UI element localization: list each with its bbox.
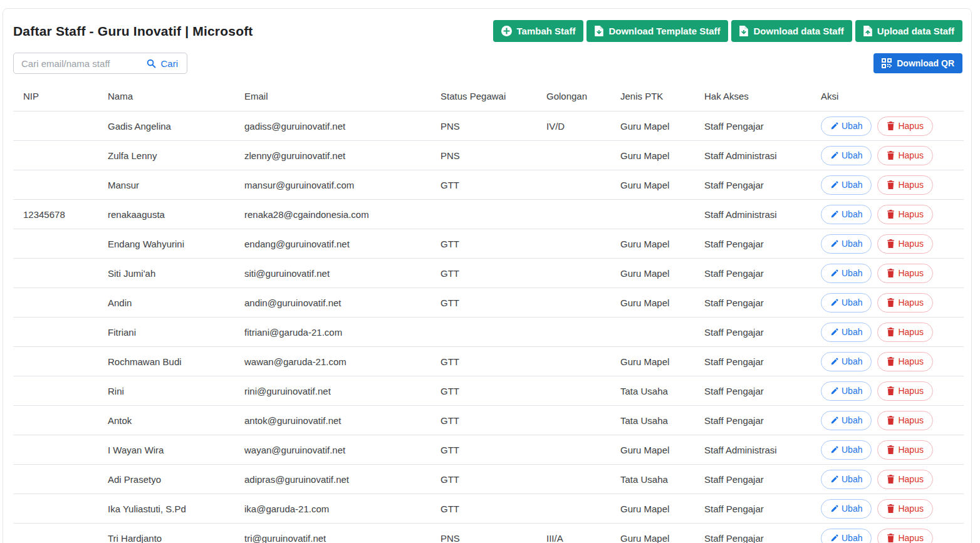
trash-icon xyxy=(887,386,895,395)
ubah-button[interactable]: Ubah xyxy=(821,293,872,313)
hapus-button-label: Hapus xyxy=(898,327,923,337)
cell-aksi: Ubah Hapus xyxy=(811,229,964,259)
cell-jenis-ptk: Tata Usaha xyxy=(610,406,694,435)
cell-email: fitriani@garuda-21.com xyxy=(234,318,430,347)
cell-nip xyxy=(13,170,98,200)
cell-status-pegawai: GTT xyxy=(430,376,536,406)
hapus-button-label: Hapus xyxy=(898,150,923,160)
cell-golongan xyxy=(536,200,610,229)
hapus-button[interactable]: Hapus xyxy=(877,293,932,313)
hapus-button[interactable]: Hapus xyxy=(877,146,932,165)
ubah-button-label: Ubah xyxy=(842,268,862,278)
hapus-button[interactable]: Hapus xyxy=(877,205,932,224)
hapus-button[interactable]: Hapus xyxy=(877,440,932,460)
tambah-staff-button[interactable]: Tambah Staff xyxy=(493,20,584,42)
cell-jenis-ptk: Guru Mapel xyxy=(610,229,694,259)
hapus-button[interactable]: Hapus xyxy=(877,264,932,283)
pencil-icon xyxy=(830,152,838,160)
pencil-icon xyxy=(830,269,838,277)
hapus-button[interactable]: Hapus xyxy=(877,116,932,136)
ubah-button[interactable]: Ubah xyxy=(821,264,872,283)
download-qr-label: Download QR xyxy=(897,58,954,68)
hapus-button[interactable]: Hapus xyxy=(877,529,932,543)
ubah-button[interactable]: Ubah xyxy=(821,146,872,165)
cell-aksi: Ubah Hapus xyxy=(811,288,964,318)
cell-nip xyxy=(13,406,98,435)
ubah-button[interactable]: Ubah xyxy=(821,529,872,543)
table-row: Ika Yuliastuti, S.Pd ika@garuda-21.com G… xyxy=(13,494,964,524)
trash-icon xyxy=(887,269,895,277)
ubah-button[interactable]: Ubah xyxy=(821,411,872,430)
cell-nama: Andin xyxy=(98,288,234,318)
header-bar: Daftar Staff - Guru Inovatif | Microsoft… xyxy=(13,20,962,42)
hapus-button-label: Hapus xyxy=(898,121,923,131)
search-button[interactable]: Cari xyxy=(140,54,184,73)
hapus-button[interactable]: Hapus xyxy=(877,381,932,401)
cell-hak-akses: Staff Pengajar xyxy=(694,111,811,141)
tambah-staff-label: Tambah Staff xyxy=(517,26,576,36)
pencil-icon xyxy=(830,122,838,130)
hapus-button[interactable]: Hapus xyxy=(877,470,932,489)
cell-email: ika@garuda-21.com xyxy=(234,494,430,524)
cell-jenis-ptk: Guru Mapel xyxy=(610,170,694,200)
table-row: Mansur mansur@guruinovatif.com GTT Guru … xyxy=(13,170,964,200)
cell-jenis-ptk: Guru Mapel xyxy=(610,111,694,141)
cell-golongan xyxy=(536,376,610,406)
ubah-button[interactable]: Ubah xyxy=(821,234,872,254)
cell-nip xyxy=(13,318,98,347)
hapus-button-label: Hapus xyxy=(898,533,923,543)
cell-nama: Gadis Angelina xyxy=(98,111,234,141)
upload-data-staff-button[interactable]: Upload data Staff xyxy=(855,20,962,42)
ubah-button[interactable]: Ubah xyxy=(821,499,872,519)
cell-status-pegawai: PNS xyxy=(430,141,536,170)
cell-hak-akses: Staff Administrasi xyxy=(694,141,811,170)
hapus-button[interactable]: Hapus xyxy=(877,323,932,342)
cell-hak-akses: Staff Administrasi xyxy=(694,200,811,229)
search-input[interactable] xyxy=(21,58,140,69)
cell-email: zlenny@guruinovatif.net xyxy=(234,141,430,170)
trash-icon xyxy=(887,180,895,189)
hapus-button[interactable]: Hapus xyxy=(877,499,932,519)
ubah-button[interactable]: Ubah xyxy=(821,381,872,401)
trash-icon xyxy=(887,475,895,484)
hapus-button-label: Hapus xyxy=(898,356,923,366)
table-row: Tri Hardjanto tri@guruinovatif.net PNS I… xyxy=(13,524,964,543)
ubah-button[interactable]: Ubah xyxy=(821,205,872,224)
ubah-button[interactable]: Ubah xyxy=(821,323,872,342)
search-group: Cari xyxy=(13,53,187,74)
staff-table: NIP Nama Email Status Pegawai Golongan J… xyxy=(13,83,964,543)
hapus-button[interactable]: Hapus xyxy=(877,352,932,371)
cell-nip xyxy=(13,524,98,543)
ubah-button[interactable]: Ubah xyxy=(821,352,872,371)
cell-nip xyxy=(13,465,98,494)
cell-jenis-ptk: Guru Mapel xyxy=(610,259,694,288)
cell-nama: Endang Wahyurini xyxy=(98,229,234,259)
cell-email: gadiss@guruinovatif.net xyxy=(234,111,430,141)
cell-status-pegawai xyxy=(430,200,536,229)
ubah-button-label: Ubah xyxy=(842,239,862,249)
ubah-button[interactable]: Ubah xyxy=(821,470,872,489)
hapus-button[interactable]: Hapus xyxy=(877,411,932,430)
table-row: Rini rini@guruinovatif.net GTT Tata Usah… xyxy=(13,376,964,406)
hapus-button[interactable]: Hapus xyxy=(877,234,932,254)
cell-nip xyxy=(13,376,98,406)
pencil-icon xyxy=(830,505,838,513)
hapus-button[interactable]: Hapus xyxy=(877,175,932,195)
cell-golongan xyxy=(536,259,610,288)
ubah-button[interactable]: Ubah xyxy=(821,116,872,136)
cell-hak-akses: Staff Pengajar xyxy=(694,406,811,435)
cell-nama: Rochmawan Budi xyxy=(98,347,234,376)
download-data-staff-button[interactable]: Download data Staff xyxy=(731,20,852,42)
cell-hak-akses: Staff Pengajar xyxy=(694,259,811,288)
cell-status-pegawai: GTT xyxy=(430,465,536,494)
cell-jenis-ptk: Tata Usaha xyxy=(610,465,694,494)
col-header-email: Email xyxy=(234,83,430,111)
ubah-button[interactable]: Ubah xyxy=(821,440,872,460)
pencil-icon xyxy=(830,358,838,366)
download-template-staff-button[interactable]: Download Template Staff xyxy=(586,20,728,42)
download-qr-button[interactable]: Download QR xyxy=(873,53,962,73)
ubah-button[interactable]: Ubah xyxy=(821,175,872,195)
cell-email: antok@guruinovatif.net xyxy=(234,406,430,435)
cell-nama: Antok xyxy=(98,406,234,435)
download-data-staff-label: Download data Staff xyxy=(753,26,843,36)
